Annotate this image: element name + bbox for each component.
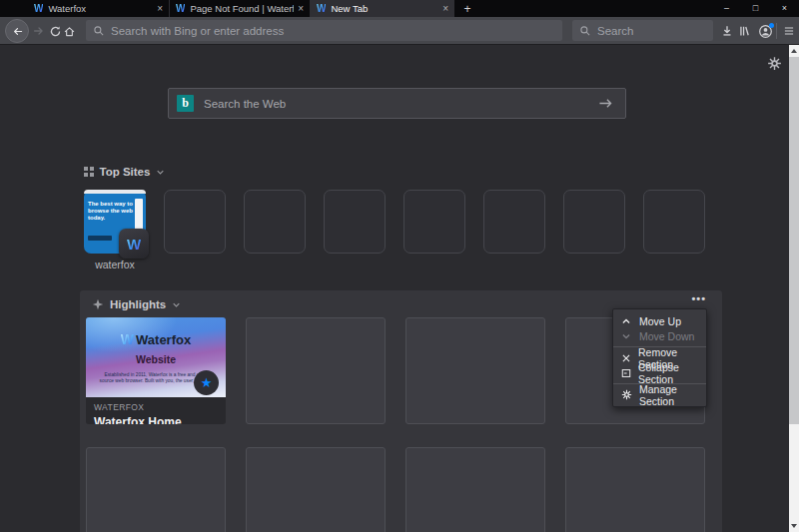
card-subtitle: Website <box>86 353 226 365</box>
top-site-label: waterfox <box>84 259 146 270</box>
gear-icon <box>767 56 782 71</box>
highlights-row <box>86 447 705 532</box>
top-site-placeholder[interactable] <box>563 190 625 254</box>
tab-new-tab[interactable]: W New Tab × <box>310 0 454 17</box>
search-bar[interactable]: Search <box>572 20 713 41</box>
scroll-down-arrow-icon[interactable] <box>791 524 797 528</box>
menu-item-manage-section[interactable]: Manage Section <box>613 387 706 402</box>
reload-button[interactable] <box>48 17 63 45</box>
card-title: Waterfox Home <box>94 415 218 424</box>
url-bar[interactable]: Search with Bing or enter address <box>86 20 562 41</box>
tab-close-icon[interactable]: × <box>298 4 304 14</box>
card-text: WATERFOX Waterfox Home <box>86 397 226 424</box>
section-context-menu: Move Up Move Down Remove Section Collaps… <box>612 308 707 407</box>
menu-item-label: Move Up <box>639 315 681 327</box>
home-button[interactable] <box>62 17 77 45</box>
hamburger-icon <box>783 25 795 37</box>
highlights-header[interactable]: Highlights <box>92 298 181 310</box>
gear-icon <box>621 389 632 400</box>
menu-item-move-down[interactable]: Move Down <box>613 328 706 343</box>
tab-page-not-found[interactable]: W Page Not Found | Waterfox × <box>169 0 310 17</box>
top-sites-icon <box>84 167 94 177</box>
account-button[interactable] <box>756 17 774 45</box>
notification-dot <box>769 23 774 28</box>
highlight-card-image: WWaterfox Website Established in 2011, W… <box>86 317 226 397</box>
highlight-placeholder[interactable] <box>405 317 545 424</box>
close-icon <box>621 353 631 363</box>
top-sites-heading: Top Sites <box>100 166 151 178</box>
top-site-placeholder[interactable] <box>324 190 386 254</box>
nav-toolbar: Search with Bing or enter address Search <box>0 17 799 45</box>
url-placeholder: Search with Bing or enter address <box>111 25 284 37</box>
highlight-placeholder[interactable] <box>86 447 226 532</box>
top-site-waterfox[interactable]: The best way to browse the web today. W <box>84 190 146 254</box>
top-site-placeholder[interactable] <box>164 190 226 254</box>
app-menu-button[interactable] <box>781 17 797 45</box>
bookmark-star-badge: ★ <box>194 370 219 395</box>
top-sites-row: The best way to browse the web today. W <box>84 190 705 254</box>
highlight-placeholder[interactable] <box>246 317 386 424</box>
waterfox-favicon-icon: W <box>317 3 326 14</box>
search-icon <box>579 25 591 37</box>
maximize-button[interactable]: □ <box>741 0 770 17</box>
home-icon <box>63 25 76 38</box>
close-button[interactable]: × <box>770 0 799 17</box>
section-options-button[interactable]: ••• <box>691 292 706 304</box>
scroll-up-arrow-icon[interactable] <box>791 49 797 53</box>
reload-icon <box>49 25 62 38</box>
waterfox-logo-badge: W <box>119 229 149 259</box>
library-icon <box>737 24 751 38</box>
top-site-placeholder[interactable] <box>244 190 306 254</box>
forward-button[interactable] <box>31 17 47 45</box>
new-tab-button[interactable]: + <box>454 0 480 17</box>
top-site-placeholder[interactable] <box>403 190 465 254</box>
vertical-scrollbar[interactable] <box>789 45 799 532</box>
tab-title: Waterfox <box>48 3 153 14</box>
toolbar-separator <box>776 23 777 39</box>
menu-item-collapse-section[interactable]: Collapse Section <box>613 365 706 380</box>
highlight-placeholder[interactable] <box>246 447 386 532</box>
newtab-settings-button[interactable] <box>767 56 782 71</box>
menu-item-label: Collapse Section <box>638 361 698 385</box>
chevron-down-icon <box>172 300 181 309</box>
downloads-button[interactable] <box>719 17 735 45</box>
library-button[interactable] <box>736 17 752 45</box>
menu-item-move-up[interactable]: Move Up <box>613 313 706 328</box>
account-icon <box>758 24 773 39</box>
highlight-card-waterfox-home[interactable]: WWaterfox Website Established in 2011, W… <box>86 317 226 424</box>
forward-icon <box>32 24 46 38</box>
tab-title: Page Not Found | Waterfox <box>190 3 294 14</box>
highlights-spark-icon <box>92 298 104 310</box>
arrow-right-icon <box>598 97 613 110</box>
card-brand: WWaterfox <box>86 331 226 347</box>
search-submit-button[interactable] <box>598 97 613 110</box>
tab-waterfox[interactable]: W Waterfox × <box>28 0 169 17</box>
top-site-placeholder[interactable] <box>643 190 705 254</box>
browser-window: W Waterfox × W Page Not Found | Waterfox… <box>0 0 799 532</box>
card-eyebrow: WATERFOX <box>94 402 218 412</box>
highlight-placeholder[interactable] <box>565 447 705 532</box>
top-site-placeholder[interactable] <box>483 190 545 254</box>
menu-item-label: Move Down <box>639 330 694 342</box>
thumbnail-button <box>88 236 112 241</box>
search-icon <box>93 25 105 37</box>
search-placeholder: Search <box>597 25 633 37</box>
web-search-box[interactable]: b Search the Web <box>168 88 626 119</box>
chevron-up-icon <box>621 316 632 326</box>
waterfox-favicon-icon: W <box>34 3 43 14</box>
waterfox-favicon-icon: W <box>176 3 185 14</box>
scrollbar-thumb[interactable] <box>789 57 799 424</box>
top-sites-header[interactable]: Top Sites <box>84 166 165 178</box>
download-icon <box>720 24 734 38</box>
tab-close-icon[interactable]: × <box>442 4 448 14</box>
highlight-placeholder[interactable] <box>405 447 545 532</box>
back-button[interactable] <box>4 17 30 45</box>
back-icon <box>5 19 29 43</box>
chevron-down-icon <box>156 168 165 177</box>
collapse-icon <box>621 368 631 378</box>
window-controls: – □ × <box>712 0 799 17</box>
tab-title: New Tab <box>331 3 438 14</box>
tab-strip: W Waterfox × W Page Not Found | Waterfox… <box>28 0 480 17</box>
tab-close-icon[interactable]: × <box>157 4 163 14</box>
minimize-button[interactable]: – <box>712 0 741 17</box>
